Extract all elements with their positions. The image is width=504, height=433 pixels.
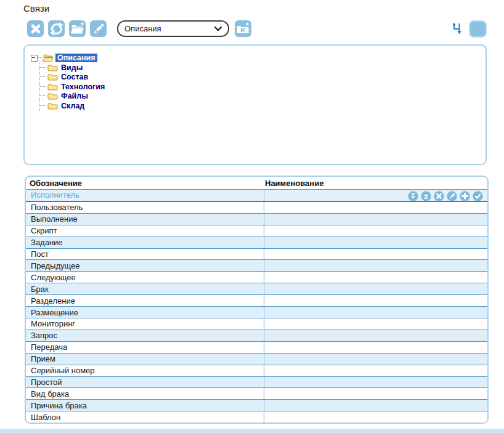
chevron-down-icon bbox=[214, 26, 222, 31]
table-row[interactable]: Запрос bbox=[26, 330, 487, 342]
tree-connector bbox=[38, 57, 42, 59]
row-name-cell bbox=[264, 330, 487, 341]
row-action-edit-button[interactable] bbox=[447, 191, 457, 201]
column-header-name: Наименование bbox=[262, 179, 487, 188]
tree-item-root[interactable]: Описания bbox=[55, 54, 97, 62]
collapse-expander[interactable] bbox=[31, 55, 38, 62]
row-designation-cell: Следующее bbox=[26, 272, 264, 283]
row-designation-cell: Шаблон bbox=[26, 411, 264, 423]
row-action-move-up-button[interactable] bbox=[421, 191, 431, 201]
row-name-cell bbox=[264, 202, 487, 213]
row-name-cell bbox=[264, 283, 487, 294]
row-designation-cell: Скрипт bbox=[26, 225, 264, 237]
tree-children: Виды Состав Технология bbox=[39, 63, 486, 111]
close-icon bbox=[28, 21, 44, 37]
row-action-move-down-button[interactable] bbox=[408, 191, 418, 201]
table-row[interactable]: Задание bbox=[26, 237, 487, 249]
table-header: Обозначение Наименование bbox=[26, 177, 487, 190]
row-designation-label: Простой bbox=[31, 378, 62, 387]
row-designation-label: Разделение bbox=[31, 296, 75, 306]
row-name-cell bbox=[264, 214, 487, 225]
edit-pencil-icon bbox=[91, 21, 107, 37]
row-designation-cell: Задание bbox=[26, 237, 264, 248]
row-designation-cell: Разделение bbox=[26, 295, 264, 306]
row-name-cell bbox=[264, 365, 487, 376]
tree-item-label: Состав bbox=[60, 73, 89, 81]
table-row[interactable]: Размещение bbox=[26, 307, 487, 318]
row-designation-cell: Пользователь bbox=[26, 202, 264, 213]
closed-folder-yellow-icon bbox=[47, 73, 58, 81]
table-row[interactable]: Разделение bbox=[26, 295, 487, 307]
open-folder-yellow-icon bbox=[43, 54, 54, 62]
tree-item-label: Файлы bbox=[60, 92, 89, 100]
category-select-value: Описания bbox=[124, 24, 161, 33]
close-button[interactable] bbox=[27, 20, 44, 37]
closed-folder-yellow-icon bbox=[47, 83, 58, 91]
tree-item[interactable]: Состав bbox=[40, 73, 486, 83]
table-row[interactable]: Вид брака bbox=[26, 388, 487, 400]
delete-icon bbox=[434, 191, 444, 201]
links-table-panel: Обозначение Наименование bbox=[25, 176, 489, 424]
table-rows: Исполнитель Пользователь Выполнение bbox=[26, 190, 487, 423]
tree-item-label: Склад bbox=[60, 102, 86, 110]
table-row[interactable]: Шаблон bbox=[26, 411, 487, 423]
row-designation-label: Выполнение bbox=[31, 214, 78, 224]
table-row[interactable]: Мониторинг bbox=[26, 318, 487, 330]
tree-item-label: Виды bbox=[60, 63, 84, 72]
refresh-button[interactable] bbox=[48, 20, 65, 37]
row-action-add-button[interactable] bbox=[460, 191, 470, 201]
table-row[interactable]: Брак bbox=[26, 283, 487, 295]
table-row[interactable]: Следующее bbox=[26, 272, 487, 283]
row-designation-cell: Размещение bbox=[26, 307, 264, 318]
table-row[interactable]: Серийный номер bbox=[26, 365, 487, 377]
confirm-check-icon bbox=[473, 191, 483, 201]
refresh-icon bbox=[49, 21, 65, 37]
tree-root-row: Описания bbox=[31, 53, 486, 63]
panel-toggle-button[interactable] bbox=[469, 20, 487, 38]
tree-item[interactable]: Склад bbox=[40, 101, 486, 111]
row-name-cell bbox=[264, 260, 487, 271]
right-toolbar bbox=[450, 20, 487, 38]
edit-button[interactable] bbox=[90, 20, 107, 37]
row-action-delete-button[interactable] bbox=[434, 191, 444, 201]
row-designation-label: Пользователь bbox=[31, 203, 83, 212]
row-name-cell bbox=[264, 318, 487, 330]
row-designation-cell: Серийный номер bbox=[26, 365, 264, 376]
tree-structure-button[interactable] bbox=[450, 21, 465, 38]
row-action-confirm-button[interactable] bbox=[473, 191, 483, 201]
row-name-cell bbox=[264, 377, 487, 388]
row-designation-cell: Вид брака bbox=[26, 388, 264, 399]
row-name-cell bbox=[264, 272, 487, 283]
tree-structure-icon bbox=[451, 21, 465, 36]
row-designation-cell: Прием bbox=[26, 354, 264, 365]
row-designation-label: Скрипт bbox=[31, 226, 57, 235]
table-row[interactable]: Пост bbox=[26, 249, 487, 261]
folder-tree: Описания Виды Состав bbox=[25, 46, 486, 111]
table-row[interactable]: Предыдущее bbox=[26, 260, 487, 272]
row-designation-label: Задание bbox=[31, 238, 63, 247]
tree-item[interactable]: Технология bbox=[40, 82, 486, 92]
open-folder-new-icon bbox=[70, 21, 86, 37]
table-row[interactable]: Скрипт bbox=[26, 225, 487, 237]
tree-item[interactable]: Файлы bbox=[40, 92, 486, 102]
table-row[interactable]: Выполнение bbox=[26, 214, 487, 225]
table-row[interactable]: Передача bbox=[26, 342, 487, 354]
closed-folder-yellow-icon bbox=[47, 92, 58, 100]
move-down-icon bbox=[408, 191, 418, 201]
row-designation-cell: Предыдущее bbox=[26, 260, 264, 271]
row-name-cell bbox=[264, 400, 487, 411]
row-designation-label: Брак bbox=[31, 285, 49, 294]
table-row[interactable]: Причина брака bbox=[26, 400, 487, 411]
move-up-icon bbox=[421, 191, 431, 201]
closed-folder-yellow-icon bbox=[47, 102, 58, 110]
table-row[interactable]: Пользователь bbox=[26, 202, 487, 214]
row-designation-cell: Мониторинг bbox=[26, 318, 264, 330]
row-designation-label: Серийный номер bbox=[31, 366, 95, 375]
table-row[interactable]: Прием bbox=[26, 354, 487, 365]
folder-k-button[interactable]: K bbox=[235, 20, 251, 37]
table-row[interactable]: Простой bbox=[26, 377, 487, 389]
tree-item[interactable]: Виды bbox=[40, 63, 486, 73]
open-folder-button[interactable] bbox=[69, 20, 86, 37]
category-select[interactable]: Описания bbox=[117, 20, 229, 37]
row-name-cell bbox=[264, 237, 487, 248]
